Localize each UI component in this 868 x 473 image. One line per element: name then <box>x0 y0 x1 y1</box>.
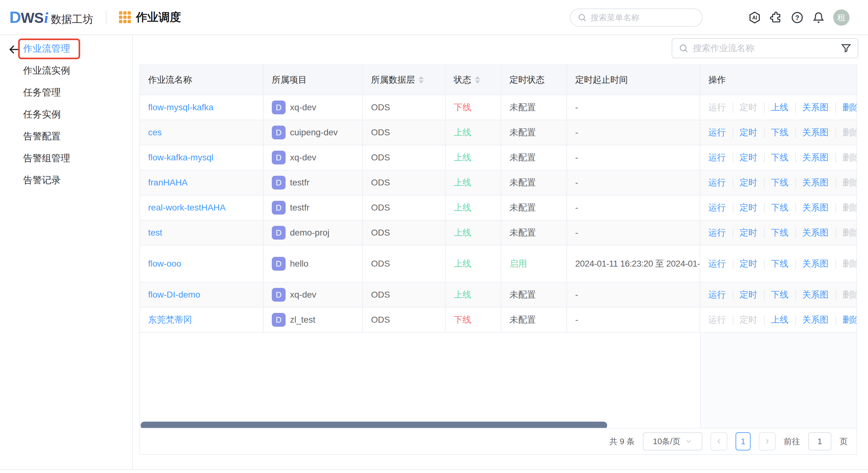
chevron-down-icon <box>685 438 692 445</box>
flow-name-link[interactable]: test <box>148 228 162 238</box>
data-layer: ODS <box>371 203 390 213</box>
schedule-time: - <box>575 127 578 138</box>
column-header-data-layer[interactable]: 所属数据层 <box>363 65 445 95</box>
schedule-status: 未配置 <box>509 202 536 214</box>
brand-name: 数据工坊 <box>51 12 93 27</box>
action-link[interactable]: 运行 <box>708 177 733 188</box>
flow-name-link[interactable]: flow-kafka-mysql <box>148 152 213 162</box>
flow-name-link[interactable]: ces <box>148 127 162 138</box>
user-avatar[interactable]: 租 <box>833 9 849 26</box>
action-cell: 运行定时下线关系图删除 <box>700 283 857 307</box>
action-cell: 运行定时上线关系图删除 <box>700 307 857 332</box>
flow-name-link[interactable]: flow-ooo <box>148 259 181 269</box>
project-name: demo-proj <box>290 228 330 238</box>
flow-name-link[interactable]: franHAHA <box>148 178 188 188</box>
action-link[interactable]: 定时 <box>733 227 764 239</box>
plugin-icon[interactable] <box>769 11 782 24</box>
status-text: 上线 <box>454 227 471 239</box>
project-type-badge: D <box>272 151 286 165</box>
action-link[interactable]: 删除 <box>835 101 857 113</box>
goto-label: 前往 <box>784 436 800 447</box>
action-link[interactable]: 关系图 <box>795 314 835 326</box>
goto-page-input[interactable] <box>808 432 831 450</box>
sidebar-item-2[interactable]: 任务管理 <box>0 82 132 104</box>
action-link[interactable]: 关系图 <box>795 202 835 214</box>
action-link: 删除 <box>835 202 857 214</box>
action-link[interactable]: 关系图 <box>795 126 835 139</box>
action-link[interactable]: 定时 <box>733 202 764 214</box>
total-count: 共 9 条 <box>609 436 635 447</box>
action-cell: 运行定时下线关系图删除 <box>700 120 857 145</box>
action-link[interactable]: 运行 <box>708 152 733 164</box>
flow-search-box[interactable] <box>672 38 858 58</box>
sort-icon[interactable] <box>418 76 424 84</box>
action-link[interactable]: 定时 <box>733 177 764 188</box>
action-link[interactable]: 关系图 <box>795 258 835 270</box>
action-link[interactable]: 关系图 <box>795 152 835 164</box>
action-link[interactable]: 运行 <box>708 126 733 139</box>
menu-search-input[interactable] <box>591 13 684 23</box>
sort-icon[interactable] <box>475 76 480 84</box>
action-link[interactable]: 定时 <box>733 289 764 301</box>
help-icon[interactable]: ? <box>790 11 804 24</box>
status-text: 上线 <box>454 202 471 214</box>
action-link[interactable]: 下线 <box>764 126 795 139</box>
table-row: flow-DI-demo Dxq-dev ODS 上线 未配置 - 运行定时下线… <box>140 283 857 307</box>
flow-name-link[interactable]: real-work-testHAHA <box>148 203 225 213</box>
ai-assistant-icon[interactable]: AI <box>748 11 761 24</box>
action-link[interactable]: 下线 <box>764 227 795 239</box>
workflow-table-card: 作业流名称 所属项目 所属数据层 状态 定时状态 定时起止时间 操作 flow-… <box>140 64 857 455</box>
sidebar-item-4[interactable]: 告警配置 <box>0 125 132 147</box>
current-page-button[interactable]: 1 <box>736 432 751 450</box>
menu-search-box[interactable] <box>570 8 703 27</box>
column-header-status[interactable]: 状态 <box>445 65 501 95</box>
action-link[interactable]: 关系图 <box>795 289 835 301</box>
schedule-status: 未配置 <box>509 126 536 139</box>
flow-name-link[interactable]: flow-DI-demo <box>148 290 200 300</box>
flow-search-input[interactable] <box>693 43 836 53</box>
action-link[interactable]: 运行 <box>708 227 733 239</box>
project-name: hello <box>290 259 308 269</box>
table-row: 东莞梵蒂冈 Dzl_test ODS 下线 未配置 - 运行定时上线关系图删除 <box>140 307 857 333</box>
sidebar-item-1[interactable]: 作业流实例 <box>0 60 132 82</box>
action-link[interactable]: 关系图 <box>795 177 835 188</box>
sidebar-item-3[interactable]: 任务实例 <box>0 104 132 125</box>
schedule-time: - <box>575 290 578 300</box>
sidebar-item-5[interactable]: 告警组管理 <box>0 147 132 169</box>
action-link[interactable]: 下线 <box>764 289 795 301</box>
status-text: 上线 <box>454 289 471 301</box>
action-link[interactable]: 下线 <box>764 177 795 188</box>
action-link: 删除 <box>835 258 857 270</box>
action-link[interactable]: 关系图 <box>795 227 835 239</box>
prev-page-button[interactable] <box>711 432 727 450</box>
schedule-status: 未配置 <box>509 227 536 239</box>
flow-name-link[interactable]: flow-mysql-kafka <box>148 102 213 113</box>
action-link: 删除 <box>835 227 857 239</box>
action-link: 删除 <box>835 289 857 301</box>
action-link[interactable]: 运行 <box>708 289 733 301</box>
action-link[interactable]: 定时 <box>733 126 764 139</box>
page-size-select[interactable]: 10条/页 <box>643 432 702 450</box>
action-link[interactable]: 下线 <box>764 258 795 270</box>
brand-logo[interactable]: DWSi 数据工坊 <box>9 8 93 27</box>
action-link[interactable]: 删除 <box>835 314 857 326</box>
action-link[interactable]: 定时 <box>733 258 764 270</box>
notification-bell-icon[interactable] <box>812 11 825 24</box>
table-row: flow-mysql-kafka Dxq-dev ODS 下线 未配置 - 运行… <box>140 95 857 120</box>
action-link[interactable]: 运行 <box>708 258 733 270</box>
action-link[interactable]: 下线 <box>764 202 795 214</box>
action-link[interactable]: 上线 <box>764 314 795 326</box>
project-type-badge: D <box>272 226 286 240</box>
action-link[interactable]: 运行 <box>708 202 733 214</box>
column-header-schedule-status: 定时状态 <box>501 65 567 95</box>
action-link[interactable]: 下线 <box>764 152 795 164</box>
flow-name-link[interactable]: 东莞梵蒂冈 <box>148 314 192 326</box>
next-page-button[interactable] <box>759 432 776 450</box>
sidebar-item-6[interactable]: 告警记录 <box>0 169 132 191</box>
action-link[interactable]: 上线 <box>764 101 795 113</box>
action-link[interactable]: 关系图 <box>795 101 835 113</box>
action-link[interactable]: 定时 <box>733 152 764 164</box>
back-arrow-icon[interactable] <box>7 42 22 57</box>
filter-funnel-icon[interactable] <box>841 43 851 54</box>
action-link: 运行 <box>708 314 733 326</box>
